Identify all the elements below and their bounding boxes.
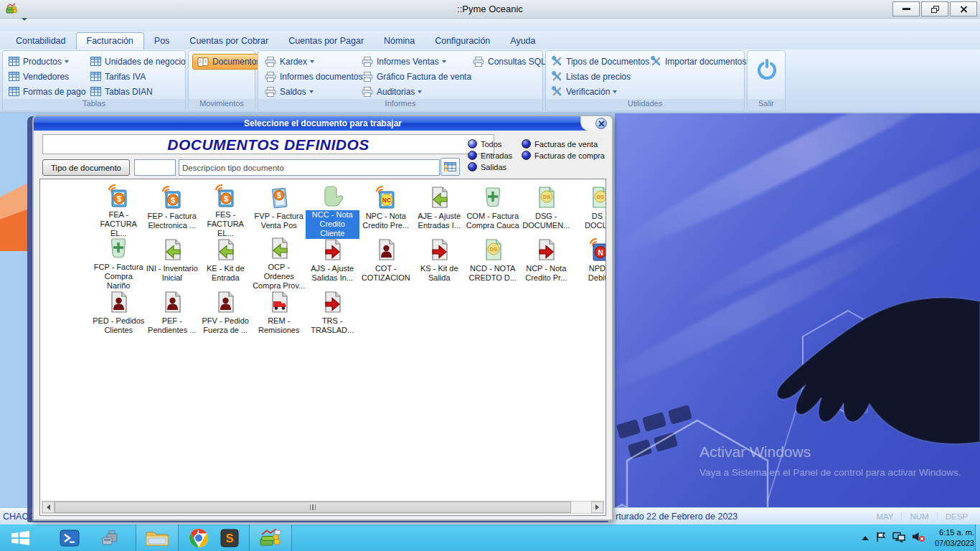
doc-person-icon <box>213 288 237 314</box>
tab-cuentas-por-pagar[interactable]: Cuentas por Pagar <box>278 33 374 50</box>
svg-text:N: N <box>598 249 603 257</box>
powershell-taskbar-icon[interactable] <box>60 524 80 551</box>
ribbon-item-grafico-factura[interactable]: Gráfico Factura de venta <box>361 69 471 84</box>
ribbon-item-saldos[interactable]: Saldos <box>264 84 362 99</box>
doc-item-ajs[interactable]: AJS - AjusteSalidas In... <box>306 236 359 288</box>
svg-text:NC: NC <box>382 197 391 204</box>
ribbon-item-tarifas-iva[interactable]: Tarifas IVA <box>89 69 186 84</box>
ribbon-item-documentos[interactable]: Documentos <box>192 54 265 70</box>
radio-salidas[interactable]: Salidas <box>468 162 507 171</box>
tray-expand-button[interactable] <box>862 536 869 540</box>
file-explorer-taskbar-button[interactable] <box>136 524 179 551</box>
doc-item-trs[interactable]: TRS -TRASLAD... <box>306 288 359 341</box>
pyme-app-taskbar-button[interactable] <box>249 524 292 551</box>
table-view-button[interactable] <box>440 158 460 176</box>
qat-customize-button[interactable] <box>22 21 32 29</box>
dialog-close-button[interactable] <box>595 118 607 129</box>
tray-date: 07/03/2023 <box>935 538 974 548</box>
radio-entradas[interactable]: Entradas <box>468 151 512 160</box>
doc-item-com[interactable]: COM - FacturaCompra Cauca <box>466 184 520 236</box>
doc-item-ke[interactable]: KE - Kit deEntrada <box>199 236 253 288</box>
doc-item-fvp[interactable]: $FVP - FacturaVenta Pos <box>253 184 306 236</box>
svg-text:$: $ <box>171 196 175 204</box>
volume-muted-icon[interactable] <box>912 531 925 545</box>
tab-ayuda[interactable]: Ayuda <box>500 33 545 50</box>
restore-button[interactable] <box>921 1 948 17</box>
network-icon[interactable] <box>892 532 905 545</box>
tools-icon <box>550 71 563 82</box>
dialog-titlebar[interactable]: Seleccione el documento para trabajar <box>34 116 612 131</box>
doc-item-pfv[interactable]: PFV - PedidoFuerza de ... <box>199 288 253 341</box>
ribbon-item-informes-ventas[interactable]: Informes Ventas <box>361 54 471 69</box>
doc-in-icon <box>160 236 184 262</box>
close-button[interactable] <box>950 1 977 17</box>
tipo-de-documento-button[interactable]: Tipo de documento <box>42 159 130 176</box>
tab-nomina[interactable]: Nómina <box>374 33 425 50</box>
scroll-left-button[interactable] <box>42 501 55 513</box>
minimize-button[interactable] <box>892 1 920 17</box>
document-code-input[interactable] <box>134 159 176 176</box>
ribbon-item-auditorias[interactable]: Auditorias <box>361 84 471 99</box>
dropdown-caret-icon <box>418 90 422 93</box>
tab-contabilidad[interactable]: Contabilidad <box>6 33 76 50</box>
ribbon-item-listas-de-precios[interactable]: Listas de precios <box>550 69 649 84</box>
ribbon-item-unidades-de-negocio[interactable]: Unidades de negocio <box>89 54 186 69</box>
ribbon-item-tipos-de-documentos[interactable]: Tipos de Documentos <box>550 54 649 69</box>
doc-item-npc[interactable]: NCNPC - NotaCredito Pre... <box>359 184 413 236</box>
doc-item-ini[interactable]: INI - InventarioInicial <box>146 236 199 288</box>
radio-facturas-de-venta[interactable]: Facturas de venta <box>522 139 598 149</box>
ribbon-item-importar-documentos[interactable]: Importar documentos <box>649 54 746 69</box>
ribbon-item-vendedores[interactable]: Vendedores <box>7 69 85 84</box>
ribbon-item-informes-documentos[interactable]: Informes documentos <box>264 69 362 84</box>
clock[interactable]: 6:15 a. m. 07/03/2023 <box>935 527 974 548</box>
doc-item-pef[interactable]: PEF -Pendientes ... <box>146 288 199 341</box>
orange-cube-graphic <box>0 183 28 251</box>
doc-item-cot[interactable]: COT -COTIZACION <box>359 236 413 288</box>
doc-item-ncd[interactable]: DSNCD - NOTACREDTO D... <box>466 236 520 288</box>
start-button[interactable] <box>0 524 41 551</box>
tab-cuentas-por-cobrar[interactable]: Cuentas por Cobrar <box>179 33 278 50</box>
sublime-taskbar-icon[interactable]: S <box>220 524 239 551</box>
ribbon-item-verificacion[interactable]: Verificación <box>550 84 649 99</box>
printer-icon <box>264 72 277 82</box>
doc-item-ds[interactable]: DSDS -DOCU... <box>573 184 606 236</box>
chrome-taskbar-icon[interactable] <box>189 524 209 551</box>
doc-item-rem[interactable]: REM -Remisiones <box>253 288 306 341</box>
server-manager-taskbar-icon[interactable] <box>101 524 123 551</box>
radio-facturas-de-compra[interactable]: Facturas de compra <box>522 151 605 160</box>
printer-icon <box>361 72 374 82</box>
scrollbar-thumb[interactable] <box>55 501 571 513</box>
ribbon-item-productos[interactable]: Productos <box>7 54 85 69</box>
horizontal-scrollbar[interactable] <box>42 501 604 514</box>
action-center-flag-icon[interactable] <box>875 532 886 545</box>
document-description-input[interactable] <box>179 159 440 176</box>
scroll-right-button[interactable] <box>591 501 603 513</box>
ribbon-item-tablas-dian[interactable]: Tablas DIAN <box>89 84 186 99</box>
doc-item-ncp[interactable]: NCP - NotaCredito Pr... <box>519 236 573 288</box>
doc-item-fep[interactable]: $FEP - FacturaElectronica ... <box>146 184 199 236</box>
grip-icon <box>310 504 316 510</box>
power-icon[interactable] <box>754 56 780 84</box>
doc-item-dsg[interactable]: DSDSG -DOCUMEN... <box>519 184 573 236</box>
doc-item-fcp[interactable]: FCP - FacturaCompra Nariño <box>92 236 146 288</box>
pos-card-icon: $ <box>267 184 291 209</box>
doc-item-ocp[interactable]: OCP - OrdenesCompra Prov... <box>253 236 306 288</box>
ribbon-item-kardex[interactable]: Kardex <box>264 54 362 69</box>
tools-icon <box>550 56 563 67</box>
doc-item-ks[interactable]: KS - Kit deSalida <box>413 236 466 288</box>
doc-item-npd[interactable]: NNPD -Debito <box>573 236 606 288</box>
tab-configuracion[interactable]: Configuración <box>425 33 500 50</box>
radio-todos[interactable]: Todos <box>468 139 501 149</box>
show-desktop-button[interactable] <box>975 524 980 551</box>
status-period: rturado 22 de Febrero de 2023 <box>616 512 738 522</box>
ribbon-item-consultas-sql[interactable]: Consultas SQL <box>472 54 546 69</box>
doc-item-ncc[interactable]: NCC - NotaCredito Cliente <box>306 184 359 236</box>
ribbon-item-formas-de-pago[interactable]: Formas de pago <box>7 84 85 99</box>
efactura-icon: $ <box>106 184 131 208</box>
tab-pos[interactable]: Pos <box>144 33 180 50</box>
doc-item-aje[interactable]: AJE - AjusteEntradas I... <box>413 184 466 236</box>
tab-facturacion[interactable]: Facturación <box>76 32 144 50</box>
doc-item-fes[interactable]: $FES -FACTURA EL... <box>199 184 253 236</box>
doc-item-ped[interactable]: PED - PedidosClientes <box>92 288 146 341</box>
doc-item-fea[interactable]: $FEA -FACTURA EL... <box>92 184 146 236</box>
